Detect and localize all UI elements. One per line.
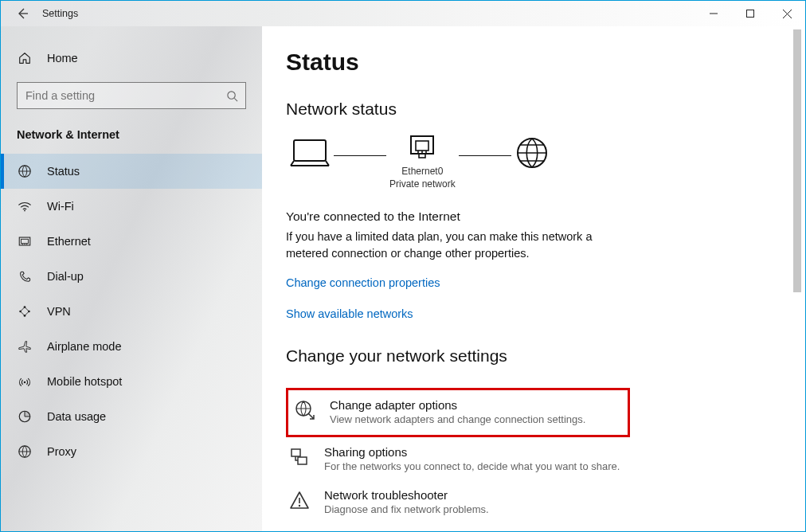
settings-list: Change adapter options View network adap… <box>286 388 781 523</box>
link-available-networks[interactable]: Show available networks <box>286 307 413 320</box>
option-desc: Diagnose and fix network problems. <box>324 503 489 515</box>
dialup-icon <box>17 268 33 284</box>
scrollbar-thumb[interactable] <box>793 29 801 292</box>
window-title: Settings <box>42 8 78 19</box>
option-title: Sharing options <box>324 445 620 459</box>
airplane-icon <box>17 338 33 354</box>
svg-point-21 <box>299 505 300 507</box>
connected-desc: If you have a limited data plan, you can… <box>286 229 620 262</box>
option-sharing[interactable]: Sharing options For the networks you con… <box>286 437 630 480</box>
sidebar-item-dialup[interactable]: Dial-up <box>1 259 262 294</box>
link-connection-properties[interactable]: Change connection properties <box>286 276 440 289</box>
option-change-adapter[interactable]: Change adapter options View network adap… <box>286 388 630 437</box>
home-icon <box>17 50 33 66</box>
maximize-button[interactable] <box>732 1 769 26</box>
sidebar-item-airplane[interactable]: Airplane mode <box>1 329 262 364</box>
window-controls <box>695 1 805 26</box>
sidebar-home[interactable]: Home <box>1 42 262 74</box>
sidebar-item-label: Dial-up <box>47 270 84 283</box>
svg-rect-19 <box>291 449 300 456</box>
sidebar-item-status[interactable]: Status <box>1 154 262 189</box>
connected-heading: You're connected to the Internet <box>286 209 781 224</box>
svg-rect-5 <box>22 239 29 243</box>
sidebar-section-heading: Network & Internet <box>1 120 262 154</box>
option-title: Network troubleshooter <box>324 488 489 502</box>
diagram-line <box>334 155 386 156</box>
hotspot-icon <box>17 374 33 389</box>
adapter-name: Ethernet0 <box>401 166 443 177</box>
sidebar-item-wifi[interactable]: Wi-Fi <box>1 189 262 224</box>
globe-icon <box>515 135 550 170</box>
option-troubleshooter[interactable]: Network troubleshooter Diagnose and fix … <box>286 480 630 523</box>
back-button[interactable] <box>7 1 37 26</box>
sidebar-item-label: Proxy <box>47 445 76 458</box>
content-pane: Status Network status Ethernet0 <box>262 26 805 531</box>
content-scrollbar[interactable] <box>791 28 804 530</box>
network-diagram: Ethernet0 Private network <box>289 133 781 190</box>
ethernet-icon <box>17 233 33 249</box>
svg-rect-16 <box>419 154 425 158</box>
sidebar-item-label: Data usage <box>47 410 106 423</box>
sidebar-item-ethernet[interactable]: Ethernet <box>1 224 262 259</box>
svg-rect-20 <box>298 457 307 464</box>
minimize-button[interactable] <box>695 1 732 26</box>
svg-rect-13 <box>294 140 326 161</box>
proxy-icon <box>17 444 33 460</box>
wifi-icon <box>17 198 33 214</box>
network-status-heading: Network status <box>286 100 781 119</box>
search-box[interactable] <box>17 82 246 109</box>
adapter-options-icon <box>295 400 315 421</box>
change-settings-heading: Change your network settings <box>286 346 781 366</box>
sidebar: Home Network & Internet Status Wi-Fi <box>1 26 262 531</box>
ethernet-adapter-icon <box>409 133 436 160</box>
settings-window: Settings Home <box>0 0 806 532</box>
option-desc: For the networks you connect to, decide … <box>324 460 620 472</box>
sidebar-item-label: VPN <box>47 305 71 318</box>
sidebar-item-label: Wi-Fi <box>47 200 74 213</box>
option-desc: View network adapters and change connect… <box>330 413 585 425</box>
sidebar-item-label: Ethernet <box>47 235 91 248</box>
window-body: Home Network & Internet Status Wi-Fi <box>1 26 805 531</box>
close-button[interactable] <box>769 1 805 26</box>
titlebar: Settings <box>1 1 805 26</box>
sharing-icon <box>289 447 310 467</box>
sidebar-item-datausage[interactable]: Data usage <box>1 399 262 434</box>
computer-icon <box>289 137 331 169</box>
sidebar-item-label: Airplane mode <box>47 340 122 353</box>
sidebar-item-proxy[interactable]: Proxy <box>1 434 262 469</box>
option-title: Change adapter options <box>330 398 585 412</box>
diagram-computer <box>289 137 331 186</box>
svg-rect-15 <box>416 141 428 151</box>
svg-point-3 <box>24 210 25 212</box>
sidebar-item-hotspot[interactable]: Mobile hotspot <box>1 364 262 399</box>
sidebar-item-vpn[interactable]: VPN <box>1 294 262 329</box>
data-usage-icon <box>17 409 33 424</box>
diagram-internet <box>515 135 550 188</box>
sidebar-item-label: Status <box>47 165 80 178</box>
vpn-icon <box>17 303 33 319</box>
sidebar-home-label: Home <box>47 52 78 65</box>
diagram-adapter: Ethernet0 Private network <box>389 133 456 190</box>
page-title: Status <box>286 49 781 76</box>
status-icon <box>17 163 33 179</box>
adapter-type: Private network <box>389 178 456 190</box>
svg-point-10 <box>24 381 26 384</box>
sidebar-item-label: Mobile hotspot <box>47 375 122 388</box>
troubleshooter-icon <box>289 490 310 510</box>
svg-point-1 <box>227 91 234 98</box>
search-input[interactable] <box>25 89 225 102</box>
diagram-line <box>459 155 511 156</box>
svg-rect-0 <box>747 10 754 18</box>
search-icon <box>225 90 239 102</box>
